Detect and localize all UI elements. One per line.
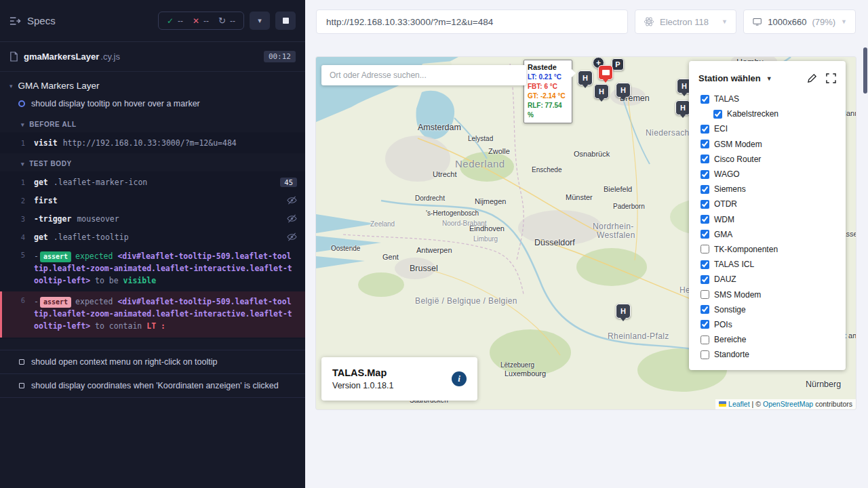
station-select[interactable]: Station wählen bbox=[698, 73, 761, 83]
layer-label: DAUZ bbox=[714, 274, 736, 284]
layer-checkbox[interactable] bbox=[701, 185, 709, 194]
layer-item[interactable]: TALAS ICL bbox=[701, 257, 846, 272]
pending-test-row[interactable]: should open context menu on right-click … bbox=[0, 350, 305, 373]
layer-checkbox[interactable] bbox=[701, 125, 709, 134]
specs-menu-icon[interactable] bbox=[9, 16, 21, 26]
command-row[interactable]: 1 get .leaflet-marker-icon 45 bbox=[0, 173, 305, 191]
assert-word: to contain bbox=[95, 321, 142, 331]
chevron-down-icon: ▾ bbox=[21, 121, 24, 128]
layer-item[interactable]: GMA bbox=[701, 227, 846, 242]
chevron-down-icon[interactable]: ▼ bbox=[766, 75, 772, 82]
layer-item[interactable]: POIs bbox=[701, 317, 846, 332]
layer-item[interactable]: TALAS bbox=[701, 92, 846, 106]
layer-label: Bereiche bbox=[714, 335, 746, 344]
scrollbar-thumb[interactable] bbox=[863, 47, 867, 94]
map-canvas[interactable]: Amsterdam Bremen Brussel Düsseldorf Nürn… bbox=[316, 57, 856, 409]
command-row[interactable]: 2 first bbox=[0, 191, 305, 209]
station-marker[interactable]: H bbox=[594, 84, 609, 99]
command-row[interactable]: 1 visit http://192.168.10.33:3000/?m=12&… bbox=[0, 134, 305, 152]
layer-item[interactable]: Siemens bbox=[701, 182, 846, 197]
browser-select[interactable]: Electron 118 ▼ bbox=[635, 9, 736, 34]
suite-header[interactable]: ▾ GMA Markers Layer bbox=[0, 72, 305, 94]
station-marker[interactable]: H bbox=[616, 83, 631, 98]
layer-label: WAGO bbox=[714, 169, 740, 179]
layer-checkbox[interactable] bbox=[701, 245, 709, 253]
layer-item[interactable]: TK-Komponenten bbox=[701, 242, 846, 257]
command-number: 4 bbox=[0, 233, 34, 241]
layer-checkbox[interactable] bbox=[701, 155, 709, 163]
layer-checkbox[interactable] bbox=[701, 275, 709, 284]
pending-test-row[interactable]: should display coordinates when 'Koordin… bbox=[0, 373, 305, 398]
parking-marker[interactable]: P bbox=[612, 58, 624, 70]
layer-item[interactable]: Cisco Router bbox=[701, 152, 846, 167]
chevron-down-icon: ▾ bbox=[9, 83, 13, 89]
layer-item[interactable]: Sonstige bbox=[701, 302, 846, 317]
layer-checkbox[interactable] bbox=[701, 95, 709, 104]
layer-checkbox[interactable] bbox=[701, 350, 709, 359]
viewport-select[interactable]: 1000x660 (79%) ▼ bbox=[743, 9, 856, 34]
layer-item[interactable]: DAUZ bbox=[701, 272, 846, 287]
viewport-size: 1000x660 bbox=[768, 17, 806, 27]
leaflet-link[interactable]: Leaflet bbox=[728, 400, 750, 408]
layer-checkbox[interactable] bbox=[701, 260, 709, 269]
chevron-down-icon: ▼ bbox=[722, 18, 728, 25]
layer-label: Kabelstrecken bbox=[727, 109, 778, 119]
layer-checkbox[interactable] bbox=[701, 290, 709, 299]
layer-item[interactable]: Standorte bbox=[701, 347, 846, 362]
layer-item[interactable]: GSM Modem bbox=[701, 137, 846, 152]
assert-word: expected bbox=[75, 297, 113, 306]
refresh-icon: ↻ bbox=[218, 16, 226, 26]
layer-item[interactable]: Bereiche bbox=[701, 332, 846, 347]
layer-checkbox[interactable] bbox=[701, 230, 709, 239]
child-command-dash: - bbox=[34, 251, 39, 261]
map-label: Luxembourg bbox=[505, 370, 546, 378]
element-count-badge: 45 bbox=[280, 178, 297, 187]
eye-slash-icon bbox=[287, 232, 297, 241]
layer-item[interactable]: Kabelstrecken bbox=[713, 106, 846, 121]
osm-link[interactable]: OpenStreetMap bbox=[763, 400, 813, 408]
layer-label: Siemens bbox=[714, 184, 746, 194]
layer-item[interactable]: WAGO bbox=[701, 167, 846, 182]
spec-file-row[interactable]: gmaMarkersLayer .cy.js 00:12 bbox=[0, 42, 305, 72]
assert-command-row-failed[interactable]: 6 -assertexpected <div#leaflet-tooltip-5… bbox=[0, 291, 305, 337]
stop-button[interactable] bbox=[275, 12, 296, 30]
layer-checkbox[interactable] bbox=[701, 305, 709, 314]
map-region-label: Nordrhein- bbox=[593, 222, 634, 230]
before-all-header[interactable]: ▾ BEFORE ALL bbox=[0, 114, 305, 132]
command-row[interactable]: 4 get .leaflet-tooltip bbox=[0, 228, 305, 246]
url-input[interactable] bbox=[316, 9, 628, 34]
layer-checkbox[interactable] bbox=[701, 170, 709, 179]
pencil-icon[interactable] bbox=[807, 73, 817, 83]
layer-item[interactable]: ECI bbox=[701, 121, 846, 136]
test-body-header[interactable]: ▾ TEST BODY bbox=[0, 153, 305, 171]
layer-item[interactable]: SMS Modem bbox=[701, 287, 846, 302]
collapse-button[interactable]: ▾ bbox=[250, 12, 270, 30]
info-icon[interactable]: i bbox=[452, 371, 467, 386]
expand-icon[interactable] bbox=[826, 73, 836, 83]
assert-command-row[interactable]: 5 -assertexpected <div#leaflet-tooltip-5… bbox=[0, 246, 305, 291]
alert-marker[interactable] bbox=[598, 65, 613, 80]
map-search-input[interactable] bbox=[321, 65, 526, 85]
layer-checkbox[interactable] bbox=[713, 110, 722, 119]
layer-item[interactable]: WDM bbox=[701, 212, 846, 227]
station-marker[interactable]: H bbox=[675, 100, 690, 115]
command-row[interactable]: 3 -trigger mouseover bbox=[0, 209, 305, 228]
layer-item[interactable]: OTDR bbox=[701, 197, 846, 211]
layer-label: ECI bbox=[714, 124, 728, 134]
assert-word: expected bbox=[75, 251, 113, 261]
layer-checkbox[interactable] bbox=[701, 320, 709, 329]
map-label: Osnabrück bbox=[574, 150, 610, 158]
stop-icon bbox=[283, 18, 289, 24]
layer-checkbox[interactable] bbox=[701, 215, 709, 224]
test-title: should display tooltip on hover over a m… bbox=[31, 99, 200, 108]
map-region-label: Rheinland-Pfalz bbox=[608, 332, 669, 340]
command-args: .leaflet-marker-icon bbox=[54, 178, 147, 187]
station-marker[interactable]: H bbox=[616, 304, 631, 319]
layer-checkbox[interactable] bbox=[701, 336, 709, 344]
map-label: Münster bbox=[566, 194, 593, 201]
layer-checkbox[interactable] bbox=[701, 140, 709, 148]
layer-checkbox[interactable] bbox=[701, 200, 709, 209]
layer-label: GMA bbox=[714, 230, 732, 239]
active-test-row[interactable]: should display tooltip on hover over a m… bbox=[0, 94, 305, 114]
station-marker[interactable]: H bbox=[578, 70, 593, 85]
